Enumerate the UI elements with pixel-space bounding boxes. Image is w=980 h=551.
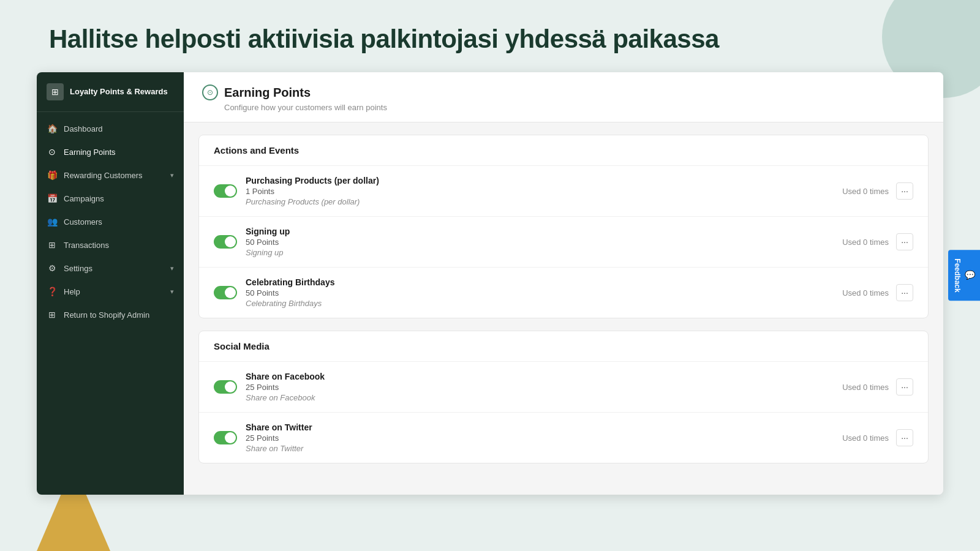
share-facebook-info: Share on Facebook 25 Points Share on Fac… [246,372,834,402]
signing-up-name: Signing up [246,227,834,236]
celebrating-birthdays-used: Used 0 times [842,288,889,298]
sidebar-item-help[interactable]: ❓ Help ▾ [37,280,184,303]
page-title: Earning Points [224,86,311,100]
feedback-button[interactable]: 💬 Feedback [948,250,980,301]
page-subtitle: Configure how your customers will earn p… [224,103,925,112]
signing-up-toggle[interactable] [214,235,237,249]
settings-icon: ⚙ [47,263,58,274]
actions-events-header: Actions and Events [199,135,928,166]
table-row: Purchasing Products (per dollar) 1 Point… [199,166,928,217]
earning-points-page-icon: ⊙ [202,84,218,100]
table-row: Share on Twitter 25 Points Share on Twit… [199,413,928,463]
share-twitter-name: Share on Twitter [246,422,834,432]
share-twitter-right: Used 0 times ··· [842,429,913,446]
table-row: Celebrating Birthdays 50 Points Celebrat… [199,268,928,318]
sidebar-label-customers: Customers [64,217,174,227]
signing-up-desc: Signing up [246,248,834,257]
customers-icon: 👥 [47,216,58,227]
social-media-section: Social Media Share on Facebook 25 Points… [198,331,929,463]
settings-chevron-icon: ▾ [170,264,174,272]
sidebar-item-earning-points[interactable]: ⊙ Earning Points [37,140,184,163]
sidebar-header: ⊞ Loyalty Points & Rewards [37,72,184,112]
share-facebook-points: 25 Points [246,383,834,392]
sidebar: ⊞ Loyalty Points & Rewards 🏠 Dashboard ⊙… [37,72,184,495]
celebrating-birthdays-info: Celebrating Birthdays 50 Points Celebrat… [246,277,834,308]
sidebar-label-campaigns: Campaigns [64,194,174,203]
celebrating-birthdays-points: 50 Points [246,288,834,298]
sidebar-item-rewarding-customers[interactable]: 🎁 Rewarding Customers ▾ [37,163,184,187]
purchasing-products-right: Used 0 times ··· [842,182,913,200]
share-facebook-used: Used 0 times [842,383,889,392]
table-row: Share on Facebook 25 Points Share on Fac… [199,362,928,413]
purchasing-products-more-button[interactable]: ··· [896,182,913,200]
share-twitter-info: Share on Twitter 25 Points Share on Twit… [246,422,834,453]
help-chevron-icon: ▾ [170,288,174,296]
sidebar-label-settings: Settings [64,264,164,273]
actions-events-section: Actions and Events Purchasing Products (… [198,135,929,318]
celebrating-birthdays-desc: Celebrating Birthdays [246,299,834,308]
signing-up-used: Used 0 times [842,238,889,247]
rewarding-customers-icon: 🎁 [47,170,58,181]
purchasing-products-used: Used 0 times [842,187,889,196]
sidebar-label-rewarding-customers: Rewarding Customers [64,171,164,180]
purchasing-products-name: Purchasing Products (per dollar) [246,176,834,186]
earning-points-icon: ⊙ [47,146,58,157]
table-row: Signing up 50 Points Signing up Used 0 t… [199,217,928,268]
signing-up-more-button[interactable]: ··· [896,233,913,250]
transactions-icon: ⊞ [47,239,58,250]
share-facebook-toggle[interactable] [214,380,237,394]
purchasing-products-desc: Purchasing Products (per dollar) [246,197,834,206]
share-twitter-points: 25 Points [246,433,834,443]
return-shopify-icon: ⊞ [47,309,58,320]
share-twitter-desc: Share on Twitter [246,444,834,453]
social-media-header: Social Media [199,331,928,362]
share-facebook-name: Share on Facebook [246,372,834,381]
signing-up-right: Used 0 times ··· [842,233,913,250]
sidebar-item-campaigns[interactable]: 📅 Campaigns [37,187,184,210]
celebrating-birthdays-right: Used 0 times ··· [842,284,913,301]
chevron-down-icon: ▾ [170,171,174,179]
share-facebook-more-button[interactable]: ··· [896,378,913,395]
main-heading: Hallitse helposti aktiivisia palkintojas… [0,0,980,72]
sidebar-label-help: Help [64,287,164,296]
purchasing-products-points: 1 Points [246,187,834,196]
sidebar-app-icon: ⊞ [47,83,64,100]
sidebar-item-settings[interactable]: ⚙ Settings ▾ [37,257,184,280]
sidebar-label-return-shopify: Return to Shopify Admin [64,310,174,320]
feedback-label: Feedback [953,258,962,292]
share-facebook-desc: Share on Facebook [246,393,834,402]
share-twitter-toggle[interactable] [214,431,237,444]
sidebar-item-customers[interactable]: 👥 Customers [37,210,184,233]
dashboard-icon: 🏠 [47,123,58,134]
sidebar-label-dashboard: Dashboard [64,124,174,133]
page-header-row: ⊙ Earning Points [202,84,925,100]
sidebar-label-earning-points: Earning Points [64,148,174,157]
feedback-icon: 💬 [965,270,975,280]
purchasing-products-toggle[interactable] [214,184,237,198]
signing-up-info: Signing up 50 Points Signing up [246,227,834,257]
page-header: ⊙ Earning Points Configure how your cust… [184,72,943,122]
share-facebook-right: Used 0 times ··· [842,378,913,395]
celebrating-birthdays-name: Celebrating Birthdays [246,277,834,287]
sidebar-item-return-shopify[interactable]: ⊞ Return to Shopify Admin [37,303,184,326]
sidebar-app-title: Loyalty Points & Rewards [70,87,168,97]
sidebar-item-transactions[interactable]: ⊞ Transactions [37,233,184,257]
celebrating-birthdays-more-button[interactable]: ··· [896,284,913,301]
content-area: Actions and Events Purchasing Products (… [184,122,943,488]
sidebar-item-dashboard[interactable]: 🏠 Dashboard [37,117,184,140]
sidebar-nav: 🏠 Dashboard ⊙ Earning Points 🎁 Rewarding… [37,112,184,495]
help-icon: ❓ [47,286,58,297]
app-container: ⊞ Loyalty Points & Rewards 🏠 Dashboard ⊙… [37,72,943,495]
campaigns-icon: 📅 [47,193,58,204]
share-twitter-more-button[interactable]: ··· [896,429,913,446]
main-content: ⊙ Earning Points Configure how your cust… [184,72,943,495]
purchasing-products-info: Purchasing Products (per dollar) 1 Point… [246,176,834,206]
share-twitter-used: Used 0 times [842,433,889,443]
celebrating-birthdays-toggle[interactable] [214,286,237,299]
sidebar-label-transactions: Transactions [64,241,174,250]
signing-up-points: 50 Points [246,238,834,247]
